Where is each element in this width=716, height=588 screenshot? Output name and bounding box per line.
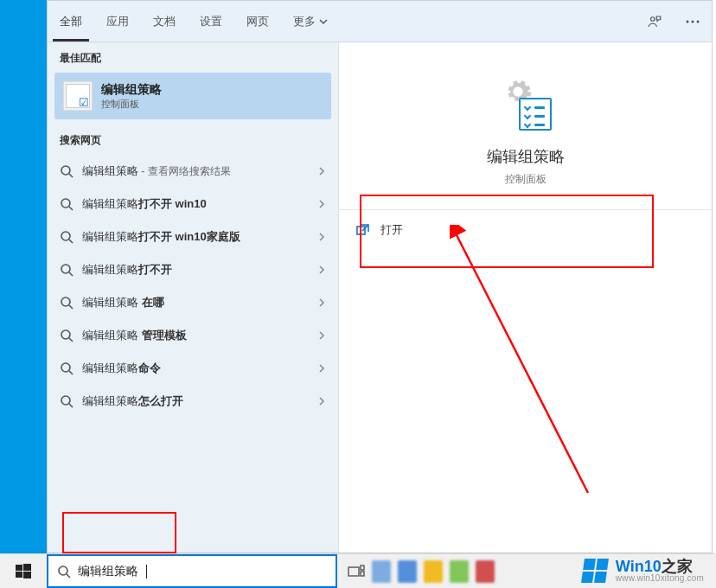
search-icon <box>60 296 74 310</box>
filter-tab-bar: 全部 应用 文档 设置 网页 更多 <box>48 1 712 42</box>
web-result-item[interactable]: 编辑组策略 在哪 <box>48 286 338 319</box>
preview-column: 编辑组策略 控制面板 打开 <box>338 42 712 553</box>
tab-settings[interactable]: 设置 <box>188 1 234 42</box>
ellipsis-icon <box>686 20 700 23</box>
svg-rect-14 <box>23 564 31 571</box>
taskbar-apps <box>337 554 716 588</box>
svg-rect-15 <box>16 572 22 578</box>
results-column: 最佳匹配 编辑组策略 控制面板 搜索网页 编辑组策略 - 查看网络搜索结果编辑组… <box>48 42 338 553</box>
chevron-right-icon <box>317 233 326 241</box>
chevron-right-icon <box>317 364 326 373</box>
tab-more[interactable]: 更多 <box>281 1 340 42</box>
svg-point-4 <box>61 166 70 175</box>
start-button[interactable] <box>0 554 47 588</box>
tab-more-label: 更多 <box>293 14 316 29</box>
search-icon <box>60 329 74 342</box>
text-caret <box>146 565 147 578</box>
search-icon <box>60 164 74 178</box>
web-result-text: 编辑组策略怎么打开 <box>82 393 309 409</box>
chevron-right-icon <box>317 265 326 274</box>
checklist-icon <box>519 98 552 131</box>
feedback-button[interactable] <box>636 1 674 42</box>
chevron-right-icon <box>317 298 326 307</box>
web-result-text: 编辑组策略打不开 <box>82 262 309 278</box>
chevron-right-icon <box>317 200 326 208</box>
svg-point-11 <box>61 396 70 405</box>
person-feedback-icon <box>647 14 662 29</box>
web-results-list: 编辑组策略 - 查看网络搜索结果编辑组策略打不开 win10编辑组策略打不开 w… <box>48 155 338 418</box>
web-result-text: 编辑组策略命令 <box>82 361 309 376</box>
tab-all[interactable]: 全部 <box>48 1 94 42</box>
chevron-down-icon <box>319 17 328 26</box>
search-icon <box>60 361 74 375</box>
svg-rect-13 <box>16 565 22 571</box>
windows-logo-icon <box>16 564 31 579</box>
search-icon <box>60 394 74 408</box>
web-result-item[interactable]: 编辑组策略打不开 win10 <box>48 188 338 220</box>
svg-rect-20 <box>361 572 364 576</box>
web-result-text: 编辑组策略 管理模板 <box>82 328 309 343</box>
svg-point-17 <box>59 566 67 575</box>
content-area: 最佳匹配 编辑组策略 控制面板 搜索网页 编辑组策略 - 查看网络搜索结果编辑组… <box>48 42 712 553</box>
search-results-panel: 全部 应用 文档 设置 网页 更多 最佳匹配 编辑组策略 控制面板 搜 <box>47 0 713 553</box>
web-result-item[interactable]: 编辑组策略 管理模板 <box>48 319 338 352</box>
svg-point-10 <box>61 363 70 372</box>
best-match-result[interactable]: 编辑组策略 控制面板 <box>54 73 331 119</box>
taskbar-search-box[interactable]: 编辑组策略 <box>47 554 337 588</box>
web-result-item[interactable]: 编辑组策略 - 查看网络搜索结果 <box>48 155 338 188</box>
web-result-text: 编辑组策略 - 查看网络搜索结果 <box>82 163 309 179</box>
svg-point-0 <box>651 16 655 21</box>
svg-rect-16 <box>23 572 31 578</box>
tab-web[interactable]: 网页 <box>234 1 281 42</box>
best-match-text: 编辑组策略 控制面板 <box>101 82 162 111</box>
svg-point-2 <box>692 20 694 22</box>
web-result-item[interactable]: 编辑组策略命令 <box>48 352 338 385</box>
svg-point-7 <box>61 265 70 273</box>
desktop-background-strip <box>0 0 47 588</box>
chevron-right-icon <box>317 397 326 406</box>
tab-documents[interactable]: 文档 <box>141 1 188 42</box>
web-result-item[interactable]: 编辑组策略打不开 <box>48 253 338 286</box>
search-icon <box>60 263 74 277</box>
search-input-text: 编辑组策略 <box>78 564 138 579</box>
best-match-subtitle: 控制面板 <box>101 98 162 111</box>
web-result-text: 编辑组策略打不开 win10家庭版 <box>82 229 309 245</box>
web-result-text: 编辑组策略 在哪 <box>82 295 309 310</box>
control-panel-icon <box>63 81 93 111</box>
web-result-item[interactable]: 编辑组策略怎么打开 <box>48 385 338 418</box>
preview-subtitle: 控制面板 <box>505 172 547 187</box>
svg-rect-18 <box>348 567 359 576</box>
section-web-header: 搜索网页 <box>48 125 338 155</box>
preview-title: 编辑组策略 <box>487 146 565 167</box>
taskbar: 编辑组策略 <box>0 553 716 588</box>
tab-apps[interactable]: 应用 <box>94 1 141 42</box>
svg-point-9 <box>61 330 70 339</box>
svg-point-3 <box>697 20 700 22</box>
preview-app-icon <box>498 77 553 132</box>
task-view-icon[interactable] <box>348 565 365 578</box>
open-action[interactable]: 打开 <box>339 210 712 250</box>
svg-point-6 <box>61 232 70 240</box>
more-options-button[interactable] <box>674 1 712 42</box>
search-icon <box>60 230 74 244</box>
search-icon <box>60 197 74 211</box>
web-result-item[interactable]: 编辑组策略打不开 win10家庭版 <box>48 220 338 253</box>
svg-rect-12 <box>357 227 365 234</box>
svg-point-8 <box>61 297 70 306</box>
chevron-right-icon <box>317 167 326 176</box>
svg-point-5 <box>61 199 70 208</box>
open-icon <box>356 223 370 237</box>
best-match-title: 编辑组策略 <box>101 82 162 98</box>
search-icon <box>57 565 71 578</box>
section-best-match-header: 最佳匹配 <box>48 42 338 73</box>
chevron-right-icon <box>317 331 326 340</box>
web-result-text: 编辑组策略打不开 win10 <box>82 196 309 212</box>
svg-rect-19 <box>361 566 364 570</box>
open-action-label: 打开 <box>380 222 403 238</box>
svg-point-1 <box>687 20 689 22</box>
